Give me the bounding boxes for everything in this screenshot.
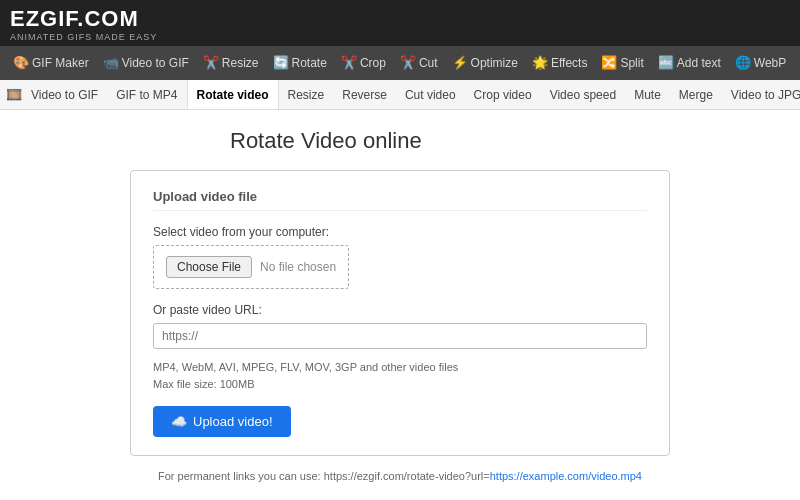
- video-icon: 🎞️: [6, 87, 22, 102]
- effects-icon: 🌟: [532, 46, 548, 80]
- nav-label: Resize: [222, 46, 259, 80]
- file-chosen-text: No file chosen: [260, 260, 336, 274]
- upload-box: Upload video file Select video from your…: [130, 170, 670, 456]
- sub-nav-label: Merge: [679, 88, 713, 102]
- sub-nav-label: Video to JPG: [731, 88, 800, 102]
- nav-item-rotate[interactable]: 🔄 Rotate: [266, 46, 334, 80]
- sub-nav-item-video-to-jpg[interactable]: Video to JPG: [722, 80, 800, 110]
- upload-btn-label: Upload video!: [193, 414, 273, 429]
- sub-nav-label: Rotate video: [197, 88, 269, 102]
- sub-nav-label: Resize: [288, 88, 325, 102]
- nav-item-resize[interactable]: ✂️ Resize: [196, 46, 266, 80]
- logo[interactable]: EZGIF.COM: [10, 6, 790, 32]
- header: EZGIF.COM ANIMATED GIFS MADE EASY: [0, 0, 800, 46]
- formats-text: MP4, WebM, AVI, MPEG, FLV, MOV, 3GP and …: [153, 359, 647, 392]
- nav-label: WebP: [754, 46, 786, 80]
- sub-nav-item-merge[interactable]: Merge: [670, 80, 722, 110]
- main-nav: 🎨 GIF Maker 📹 Video to GIF ✂️ Resize 🔄 R…: [0, 46, 800, 80]
- nav-label: Optimize: [471, 46, 518, 80]
- nav-label: Video to GIF: [122, 46, 189, 80]
- nav-label: Add text: [677, 46, 721, 80]
- sub-nav-item-resize[interactable]: Resize: [279, 80, 334, 110]
- nav-label: Split: [620, 46, 643, 80]
- page-title: Rotate Video online: [230, 128, 422, 154]
- nav-item-apng[interactable]: 🅰 APNG: [793, 46, 800, 80]
- choose-file-button[interactable]: Choose File: [166, 256, 252, 278]
- sub-nav: 🎞️ Video to GIF GIF to MP4 Rotate video …: [0, 80, 800, 110]
- sub-nav-item-cut-video[interactable]: Cut video: [396, 80, 465, 110]
- sub-nav-label: Reverse: [342, 88, 387, 102]
- formats-line1: MP4, WebM, AVI, MPEG, FLV, MOV, 3GP and …: [153, 361, 458, 373]
- crop-icon: ✂️: [341, 46, 357, 80]
- webp-icon: 🌐: [735, 46, 751, 80]
- nav-label: Crop: [360, 46, 386, 80]
- upload-button[interactable]: ☁️ Upload video!: [153, 406, 291, 437]
- nav-label: Rotate: [292, 46, 327, 80]
- add-text-icon: 🔤: [658, 46, 674, 80]
- file-input-area: Choose File No file chosen: [153, 245, 349, 289]
- nav-item-video-to-gif[interactable]: 📹 Video to GIF: [96, 46, 196, 80]
- footer-note: For permanent links you can use: https:/…: [158, 470, 642, 482]
- upload-icon: ☁️: [171, 414, 187, 429]
- sub-nav-label: GIF to MP4: [116, 88, 177, 102]
- nav-item-crop[interactable]: ✂️ Crop: [334, 46, 393, 80]
- split-icon: 🔀: [601, 46, 617, 80]
- nav-item-add-text[interactable]: 🔤 Add text: [651, 46, 728, 80]
- formats-line2: Max file size: 100MB: [153, 378, 254, 390]
- url-input[interactable]: [153, 323, 647, 349]
- sub-nav-label: Video to GIF: [31, 88, 98, 102]
- sub-nav-label: Mute: [634, 88, 661, 102]
- sub-nav-label: Crop video: [474, 88, 532, 102]
- sub-nav-item-video-to-gif[interactable]: Video to GIF: [22, 80, 107, 110]
- logo-subtitle: ANIMATED GIFS MADE EASY: [10, 32, 790, 42]
- sub-nav-label: Cut video: [405, 88, 456, 102]
- sub-nav-item-mute[interactable]: Mute: [625, 80, 670, 110]
- nav-item-gif-maker[interactable]: 🎨 GIF Maker: [6, 46, 96, 80]
- nav-label: GIF Maker: [32, 46, 89, 80]
- cut-icon: ✂️: [400, 46, 416, 80]
- logo-text: EZGIF.COM: [10, 6, 139, 31]
- footer-text: For permanent links you can use: https:/…: [158, 470, 490, 482]
- url-label: Or paste video URL:: [153, 303, 647, 317]
- nav-item-effects[interactable]: 🌟 Effects: [525, 46, 594, 80]
- nav-item-cut[interactable]: ✂️ Cut: [393, 46, 445, 80]
- nav-item-optimize[interactable]: ⚡ Optimize: [445, 46, 525, 80]
- nav-item-split[interactable]: 🔀 Split: [594, 46, 650, 80]
- resize-icon: ✂️: [203, 46, 219, 80]
- gif-maker-icon: 🎨: [13, 46, 29, 80]
- rotate-icon: 🔄: [273, 46, 289, 80]
- nav-label: Effects: [551, 46, 587, 80]
- footer-link[interactable]: https://example.com/video.mp4: [490, 470, 642, 482]
- content: Rotate Video online Upload video file Se…: [0, 110, 800, 492]
- sub-nav-item-reverse[interactable]: Reverse: [333, 80, 396, 110]
- nav-item-webp[interactable]: 🌐 WebP: [728, 46, 793, 80]
- sub-nav-label: Video speed: [550, 88, 617, 102]
- sub-nav-item-crop-video[interactable]: Crop video: [465, 80, 541, 110]
- sub-nav-item-video-speed[interactable]: Video speed: [541, 80, 626, 110]
- sub-nav-item-gif-to-mp4[interactable]: GIF to MP4: [107, 80, 186, 110]
- nav-label: Cut: [419, 46, 438, 80]
- upload-box-title: Upload video file: [153, 189, 647, 211]
- select-label: Select video from your computer:: [153, 225, 647, 239]
- optimize-icon: ⚡: [452, 46, 468, 80]
- sub-nav-item-rotate-video[interactable]: Rotate video: [187, 80, 279, 110]
- video-to-gif-icon: 📹: [103, 46, 119, 80]
